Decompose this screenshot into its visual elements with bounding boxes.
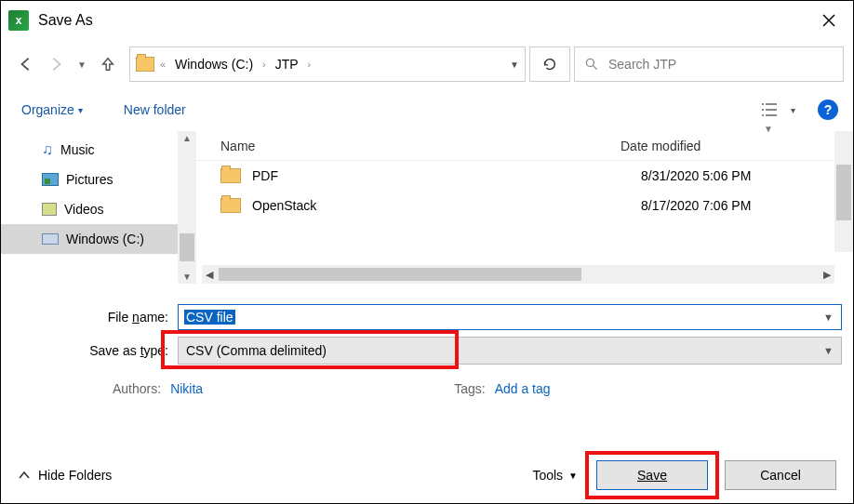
svg-rect-6 — [762, 109, 764, 111]
music-icon: ♫ — [42, 141, 53, 158]
file-date: 8/31/2020 5:06 PM — [641, 168, 751, 183]
scrollbar-thumb[interactable] — [219, 268, 581, 281]
chevron-up-icon — [18, 469, 31, 482]
breadcrumb-folder[interactable]: JTP — [272, 55, 302, 73]
sidebar: ♫ Music Pictures Videos Windows (C:) ▲ ▼ — [1, 131, 196, 284]
help-button[interactable]: ? — [818, 99, 838, 120]
file-vscrollbar[interactable] — [834, 131, 853, 252]
history-dropdown[interactable]: ▼ — [77, 60, 87, 70]
file-row[interactable]: PDF 8/31/2020 5:06 PM — [196, 161, 853, 191]
toolbar: Organize ▾ New folder ▾ ? — [1, 88, 853, 131]
tags-value[interactable]: Add a tag — [495, 381, 551, 396]
videos-icon — [42, 203, 57, 216]
tags-label: Tags: — [454, 381, 485, 396]
dialog-title: Save As — [38, 12, 93, 29]
svg-rect-7 — [766, 109, 777, 111]
save-type-value: CSV (Comma delimited) — [186, 343, 327, 358]
file-name-input[interactable]: CSV file ▼ — [178, 304, 842, 330]
content-area: ♫ Music Pictures Videos Windows (C:) ▲ ▼… — [1, 131, 853, 284]
new-folder-button[interactable]: New folder — [124, 102, 186, 117]
close-button[interactable] — [805, 1, 853, 40]
pictures-icon — [42, 173, 59, 186]
authors-label: Authors: — [113, 381, 161, 396]
file-hscrollbar[interactable]: ◀ ▶ — [202, 265, 834, 284]
address-bar[interactable]: « Windows (C:) › JTP › ▼ — [129, 46, 526, 82]
save-type-select[interactable]: CSV (Comma delimited) ▼ — [178, 337, 842, 365]
column-name[interactable]: Name — [220, 139, 620, 153]
file-date: 8/17/2020 7:06 PM — [641, 198, 751, 213]
up-button[interactable] — [100, 56, 116, 73]
svg-rect-9 — [766, 114, 777, 116]
search-placeholder: Search JTP — [608, 57, 676, 72]
sidebar-item-label: Pictures — [66, 172, 113, 187]
forward-button[interactable] — [47, 56, 64, 73]
chevron-down-icon[interactable]: ▼ — [823, 345, 834, 356]
breadcrumb-drive[interactable]: Windows (C:) — [171, 55, 257, 73]
scrollbar-thumb[interactable] — [180, 233, 194, 261]
file-name: OpenStack — [252, 198, 641, 213]
hide-folders-label: Hide Folders — [38, 468, 112, 483]
tools-menu[interactable]: Tools ▼ — [532, 468, 578, 483]
search-icon — [584, 57, 599, 72]
sidebar-item-label: Windows (C:) — [66, 232, 144, 246]
file-list: ▼ Name Date modified PDF 8/31/2020 5:06 … — [196, 131, 853, 284]
meta-row: Authors: Nikita Tags: Add a tag — [12, 373, 842, 405]
folder-icon — [220, 168, 241, 183]
search-input[interactable]: Search JTP — [574, 46, 844, 82]
tools-label: Tools — [532, 468, 563, 483]
save-type-label: Save as type: — [12, 343, 178, 358]
svg-line-3 — [594, 66, 597, 70]
chevron-down-icon[interactable]: ▼ — [823, 312, 834, 323]
sidebar-item-music[interactable]: ♫ Music — [1, 135, 196, 165]
excel-icon: x — [8, 10, 29, 31]
column-headers: Name Date modified — [196, 131, 853, 161]
hide-folders-button[interactable]: Hide Folders — [18, 468, 112, 483]
refresh-button[interactable] — [529, 46, 570, 82]
sidebar-item-drive-c[interactable]: Windows (C:) — [1, 224, 196, 254]
organize-menu[interactable]: Organize ▾ — [21, 102, 83, 117]
file-name-value: CSV file — [184, 310, 235, 325]
svg-rect-5 — [766, 103, 777, 105]
sidebar-item-label: Videos — [64, 202, 104, 217]
nav-bar: ▼ « Windows (C:) › JTP › ▼ Search JTP — [1, 40, 853, 88]
scrollbar-thumb[interactable] — [836, 165, 851, 220]
address-dropdown[interactable]: ▼ — [510, 60, 519, 70]
column-date[interactable]: Date modified — [620, 139, 853, 153]
folder-icon — [136, 57, 154, 72]
column-sort-icon[interactable]: ▼ — [764, 124, 773, 134]
sidebar-item-pictures[interactable]: Pictures — [1, 165, 196, 194]
nav-arrows: ▼ — [18, 56, 116, 73]
svg-rect-4 — [762, 103, 764, 105]
folder-icon — [220, 198, 241, 213]
authors-value[interactable]: Nikita — [170, 381, 203, 396]
cancel-button[interactable]: Cancel — [725, 460, 836, 490]
file-row[interactable]: OpenStack 8/17/2020 7:06 PM — [196, 191, 853, 220]
title-bar: x Save As — [1, 1, 853, 40]
sidebar-scrollbar[interactable]: ▲ ▼ — [178, 131, 196, 284]
file-name-label: File name: — [12, 310, 178, 325]
form-area: File name: CSV file ▼ Save as type: CSV … — [1, 284, 853, 405]
back-button[interactable] — [18, 56, 34, 73]
bottom-bar: Hide Folders Tools ▼ Save Cancel — [1, 447, 853, 503]
drive-icon — [42, 233, 59, 245]
svg-rect-8 — [762, 114, 764, 116]
sidebar-item-videos[interactable]: Videos — [1, 194, 196, 224]
sidebar-item-label: Music — [60, 142, 95, 157]
chevron-right-icon: › — [262, 59, 266, 70]
view-menu[interactable]: ▾ — [761, 101, 795, 118]
chevron-right-icon: › — [308, 59, 312, 70]
file-name: PDF — [252, 168, 641, 183]
svg-point-2 — [586, 59, 594, 66]
save-button[interactable]: Save — [596, 460, 708, 490]
organize-label: Organize — [21, 102, 74, 117]
breadcrumb-overflow[interactable]: « — [160, 59, 166, 70]
